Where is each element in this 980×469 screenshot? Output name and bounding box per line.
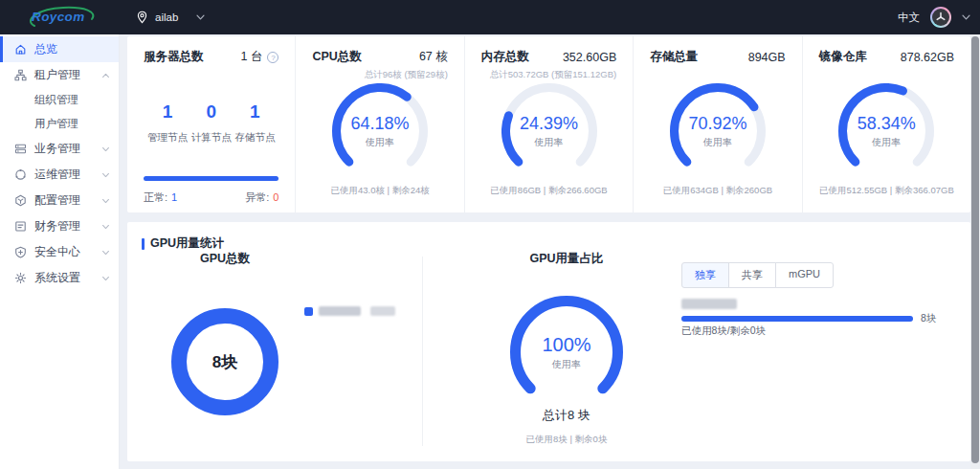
card-subtitle: [650, 69, 785, 81]
sidebar-item-org-management[interactable]: 组织管理: [0, 88, 119, 112]
node-stat: 0 计算节点: [191, 101, 232, 145]
resource-card-cpu: CPU总数 67 核 总计96核 (预留29核) 64.18% 使用率 已使用4…: [295, 36, 463, 212]
tab-共享[interactable]: 共享: [728, 262, 776, 288]
gpu-usage-bar-row: 8块: [681, 312, 936, 325]
card-footer: 已使用86GB | 剩余266.60GB: [481, 185, 616, 197]
card-title: 服务器总数: [144, 49, 204, 65]
gpu-usage-bar-track: [681, 316, 913, 322]
card-value: 352.60GB: [563, 51, 616, 64]
gpu-ratio-title: GPU用量占比: [471, 251, 662, 267]
app-logo[interactable]: Roycom: [23, 4, 100, 31]
normal-label: 正常:: [144, 191, 167, 203]
ops-icon: [14, 168, 27, 181]
chevron-up-icon: [102, 73, 110, 78]
sidebar-item-overview[interactable]: 总览: [0, 36, 119, 62]
sidebar-item-security[interactable]: 安全中心: [0, 239, 119, 265]
card-subtitle: 总计96核 (预留29核): [312, 69, 447, 81]
gauge-percent: 24.39%: [520, 114, 578, 134]
gpu-usage-bar-fill: [681, 316, 913, 322]
sidebar-item-operations[interactable]: 运维管理: [0, 162, 119, 188]
gpu-total-title: GPU总数: [127, 251, 323, 267]
location-pin-icon: [136, 11, 148, 24]
card-footer: 已使用634GB | 剩余260GB: [650, 185, 785, 197]
abnormal-status: 异常:0: [245, 190, 278, 205]
legend-marker: [304, 307, 313, 316]
node-count: 1: [234, 101, 275, 123]
abnormal-value: 0: [273, 191, 278, 203]
sidebar-item-business[interactable]: 业务管理: [0, 136, 119, 162]
sidebar-item-label: 配置管理: [34, 192, 80, 209]
gpu-usage-bar-value: 8块: [921, 312, 936, 325]
sidebar: 总览租户管理组织管理用户管理业务管理运维管理配置管理财务管理安全中心系统设置: [0, 34, 120, 469]
sidebar-item-settings[interactable]: 系统设置: [0, 265, 119, 291]
home-icon: [14, 43, 27, 56]
sidebar-item-configuration[interactable]: 配置管理: [0, 188, 119, 213]
usage-gauge: 64.18% 使用率: [332, 83, 428, 179]
sidebar-item-finance[interactable]: 财务管理: [0, 213, 119, 239]
normal-value: 1: [171, 191, 177, 203]
chevron-down-icon: [102, 172, 110, 177]
gpu-ratio-total: 总计8 块: [471, 407, 662, 424]
avatar[interactable]: [930, 7, 951, 28]
gpu-section-title: GPU用量统计: [150, 235, 224, 252]
donut-legend: [304, 306, 395, 316]
gpu-ratio-percent: 100%: [542, 334, 590, 356]
language-switcher[interactable]: 中文: [898, 11, 920, 25]
gpu-usage-bar-footer: 已使用8块/剩余0块: [681, 324, 766, 338]
chevron-down-icon: [102, 224, 110, 229]
card-value: 1 台 ?: [240, 49, 278, 65]
sidebar-item-label: 用户管理: [34, 117, 78, 131]
normal-status: 正常:1: [144, 190, 177, 205]
column-divider: [422, 257, 423, 446]
config-icon: [14, 194, 27, 207]
card-title: 镜像仓库: [819, 49, 867, 65]
user-menu-chevron-icon[interactable]: [962, 14, 970, 20]
node-count: 1: [147, 101, 188, 123]
card-value: 878.62GB: [901, 51, 954, 64]
node-label: 存储节点: [234, 131, 275, 145]
topbar: Roycom ailab 中文: [0, 0, 980, 34]
overview-panel: 服务器总数 1 台 ? 1 管理节点0 计算节点1 存储节点 正常:1 异常:0…: [127, 36, 970, 212]
chevron-down-icon: [102, 276, 110, 280]
settings-icon: [14, 272, 27, 284]
gpu-bar-label-redacted: [681, 299, 737, 309]
card-title: 内存总数: [481, 49, 529, 65]
tab-独享[interactable]: 独享: [681, 262, 729, 288]
gauge-usage-label: 使用率: [703, 136, 732, 149]
legend-value-redacted: [370, 306, 395, 316]
card-value: 67 核: [419, 49, 448, 65]
sidebar-item-label: 总览: [34, 41, 57, 57]
scrollbar-track[interactable]: [970, 34, 980, 469]
chevron-down-icon: [102, 250, 110, 255]
gauge-usage-label: 使用率: [366, 136, 394, 149]
node-label: 计算节点: [191, 131, 232, 145]
chevron-down-icon: [102, 146, 110, 151]
sidebar-item-user-management[interactable]: 用户管理: [0, 112, 119, 136]
resource-card-image-registry: 镜像仓库 878.62GB 58.34% 使用率 已使用512.55GB | 剩…: [802, 36, 970, 212]
security-icon: [14, 246, 27, 258]
sidebar-item-label: 组织管理: [34, 93, 78, 107]
sidebar-item-label: 系统设置: [34, 270, 80, 286]
server-health-bar: [144, 176, 278, 181]
region-selector[interactable]: ailab: [136, 11, 205, 24]
card-value: 894GB: [748, 51, 786, 64]
card-footer: 已使用512.55GB | 剩余366.07GB: [819, 185, 954, 197]
gauge-percent: 58.34%: [858, 114, 916, 134]
gpu-panel: GPU用量统计 GPU总数 8块 GPU用量占比 100% 使用率 总计8 块 …: [127, 222, 970, 461]
avatar-logo-icon: [932, 9, 949, 26]
chevron-down-icon: [102, 198, 110, 203]
node-count: 0: [191, 101, 232, 123]
usage-gauge: 70.92% 使用率: [670, 83, 766, 179]
chevron-down-icon: [196, 14, 205, 20]
sidebar-item-label: 业务管理: [34, 141, 80, 157]
help-icon[interactable]: ?: [267, 52, 278, 63]
card-title: CPU总数: [312, 49, 361, 65]
tab-mGPU[interactable]: mGPU: [775, 262, 834, 288]
server-card: 服务器总数 1 台 ? 1 管理节点0 计算节点1 存储节点 正常:1 异常:0: [127, 36, 295, 212]
node-stat: 1 存储节点: [234, 101, 275, 145]
card-title: 存储总量: [650, 49, 698, 65]
resource-card-storage: 存储总量 894GB 70.92% 使用率 已使用634GB | 剩余260GB: [633, 36, 801, 212]
scrollbar-thumb[interactable]: [971, 36, 979, 463]
sidebar-item-tenant[interactable]: 租户管理: [0, 62, 119, 88]
logo-text: Roycom: [32, 10, 85, 24]
